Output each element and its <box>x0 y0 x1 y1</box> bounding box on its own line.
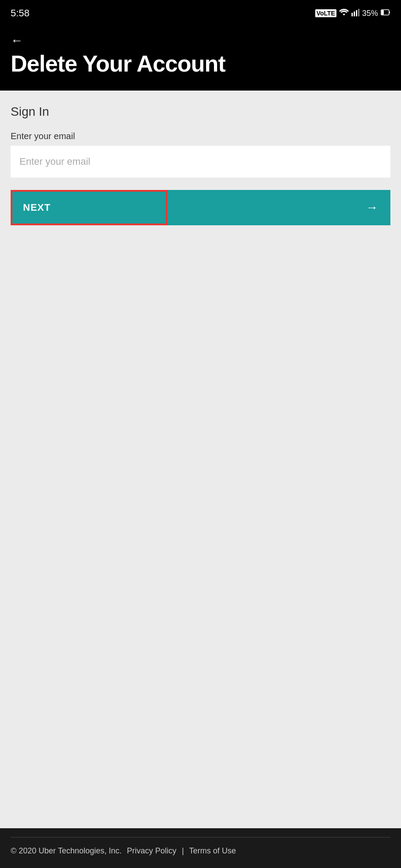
signal-icon <box>351 8 359 19</box>
next-arrow-icon: → <box>366 201 378 215</box>
email-field-label: Enter your email <box>11 131 390 141</box>
battery-text: 35% <box>362 9 378 18</box>
back-button[interactable]: ← <box>11 34 23 48</box>
status-icons: VoLTE 35% <box>315 8 390 19</box>
footer-separator: | <box>182 846 184 856</box>
svg-rect-0 <box>351 13 353 16</box>
next-button-label: NEXT <box>23 202 51 213</box>
sign-in-label: Sign In <box>11 105 390 119</box>
svg-rect-2 <box>356 10 357 16</box>
email-input[interactable] <box>11 146 390 178</box>
footer-links: © 2020 Uber Technologies, Inc. Privacy P… <box>11 846 390 856</box>
battery-icon <box>381 8 390 19</box>
svg-rect-1 <box>354 11 355 16</box>
footer: © 2020 Uber Technologies, Inc. Privacy P… <box>0 828 401 868</box>
status-time: 5:58 <box>11 8 30 19</box>
svg-rect-6 <box>382 10 384 15</box>
footer-copyright: © 2020 Uber Technologies, Inc. <box>11 846 122 856</box>
status-bar: 5:58 VoLTE 35% <box>0 0 401 27</box>
privacy-policy-link[interactable]: Privacy Policy <box>127 846 176 856</box>
footer-divider <box>11 837 390 838</box>
main-content: Sign In Enter your email NEXT → <box>0 91 401 828</box>
svg-rect-3 <box>358 9 359 16</box>
volte-icon: VoLTE <box>315 9 336 17</box>
header: ← Delete Your Account <box>0 27 401 91</box>
email-field-group: Enter your email <box>11 131 390 190</box>
next-button[interactable]: NEXT → <box>11 190 390 225</box>
page-title: Delete Your Account <box>11 51 390 76</box>
wifi-icon <box>339 8 349 19</box>
terms-of-use-link[interactable]: Terms of Use <box>189 846 236 856</box>
svg-rect-5 <box>389 11 390 13</box>
